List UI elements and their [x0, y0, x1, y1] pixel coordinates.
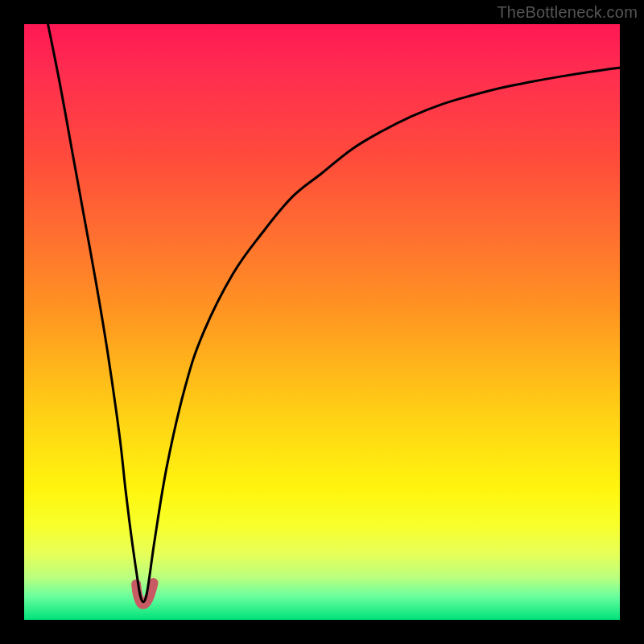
chart-svg — [24, 24, 620, 620]
chart-frame: TheBottleneck.com — [0, 0, 644, 644]
plot-area — [24, 24, 620, 620]
bottleneck-curve — [48, 24, 620, 602]
credit-label: TheBottleneck.com — [497, 3, 638, 22]
